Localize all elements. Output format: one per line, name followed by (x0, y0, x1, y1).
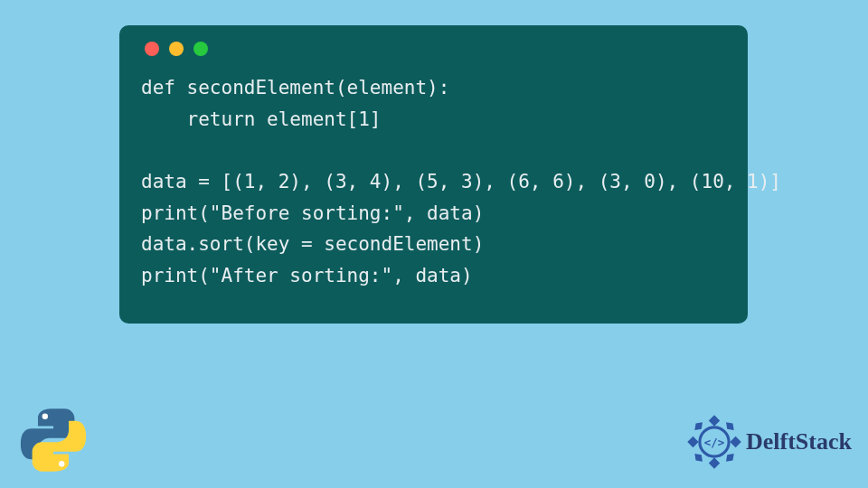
window-zoom-dot (193, 42, 208, 56)
window-traffic-lights (145, 42, 726, 56)
code-line-7: print("After sorting:", data) (141, 265, 473, 286)
code-line-2: return element[1] (141, 108, 382, 130)
svg-marker-3 (709, 457, 720, 468)
svg-marker-2 (709, 415, 720, 426)
window-minimize-dot (169, 42, 184, 56)
python-logo-icon (18, 405, 89, 475)
delftstack-badge-icon: </> (686, 414, 742, 470)
code-line-4: data = [(1, 2), (3, 4), (5, 3), (6, 6), … (141, 171, 781, 192)
svg-marker-5 (730, 436, 741, 447)
code-window: def secondElement(element): return eleme… (119, 25, 748, 324)
svg-marker-6 (694, 422, 703, 430)
svg-marker-7 (726, 422, 734, 430)
svg-text:</>: </> (704, 436, 724, 449)
code-line-5: print("Before sorting:", data) (141, 202, 484, 224)
svg-marker-4 (687, 436, 698, 447)
code-line-1: def secondElement(element): (141, 77, 449, 99)
delftstack-branding: </> DelftStack (686, 414, 852, 470)
window-close-dot (145, 42, 159, 56)
code-block: def secondElement(element): return eleme… (141, 72, 726, 291)
delftstack-label: DelftStack (746, 428, 852, 455)
svg-marker-8 (694, 454, 703, 462)
svg-point-0 (42, 414, 48, 419)
code-line-6: data.sort(key = secondElement) (141, 233, 484, 255)
svg-marker-9 (726, 454, 734, 462)
svg-point-1 (59, 461, 64, 466)
